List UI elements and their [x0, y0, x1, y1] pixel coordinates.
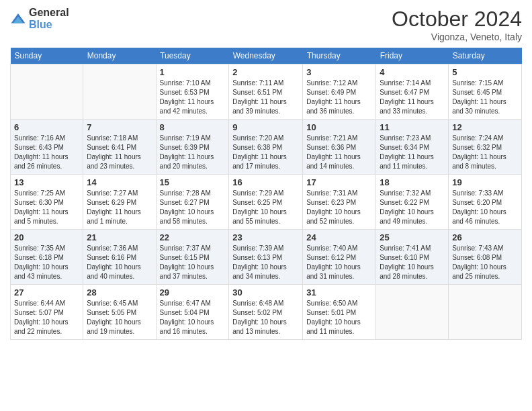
- table-row: 24Sunrise: 7:40 AM Sunset: 6:12 PM Dayli…: [303, 230, 376, 285]
- table-row: 20Sunrise: 7:35 AM Sunset: 6:18 PM Dayli…: [11, 230, 83, 285]
- day-number: 7: [87, 122, 152, 132]
- day-number: 30: [232, 287, 299, 298]
- day-info: Sunrise: 7:25 AM Sunset: 6:30 PM Dayligh…: [14, 189, 79, 226]
- day-info: Sunrise: 6:44 AM Sunset: 5:07 PM Dayligh…: [14, 299, 79, 336]
- day-number: 21: [87, 232, 152, 242]
- table-row: 13Sunrise: 7:25 AM Sunset: 6:30 PM Dayli…: [11, 175, 83, 230]
- day-info: Sunrise: 7:24 AM Sunset: 6:32 PM Dayligh…: [452, 134, 518, 171]
- calendar-table: Sunday Monday Tuesday Wednesday Thursday…: [10, 48, 522, 340]
- day-info: Sunrise: 6:47 AM Sunset: 5:04 PM Dayligh…: [160, 299, 226, 336]
- table-row: [11, 64, 83, 120]
- day-number: 1: [160, 67, 226, 77]
- day-info: Sunrise: 7:32 AM Sunset: 6:22 PM Dayligh…: [380, 189, 445, 226]
- day-info: Sunrise: 7:16 AM Sunset: 6:43 PM Dayligh…: [14, 134, 79, 171]
- day-number: 27: [14, 287, 79, 298]
- table-row: 16Sunrise: 7:29 AM Sunset: 6:25 PM Dayli…: [229, 175, 303, 230]
- day-number: 13: [14, 177, 79, 187]
- logo: General Blue: [10, 7, 69, 31]
- day-number: 3: [306, 67, 372, 77]
- logo-icon: [10, 12, 26, 26]
- table-row: 5Sunrise: 7:15 AM Sunset: 6:45 PM Daylig…: [449, 64, 522, 120]
- day-info: Sunrise: 7:39 AM Sunset: 6:13 PM Dayligh…: [232, 244, 299, 281]
- table-row: 25Sunrise: 7:41 AM Sunset: 6:10 PM Dayli…: [376, 230, 449, 285]
- day-number: 22: [160, 232, 226, 242]
- month-title: October 2024: [392, 7, 522, 32]
- table-row: 22Sunrise: 7:37 AM Sunset: 6:15 PM Dayli…: [156, 230, 229, 285]
- day-number: 26: [452, 232, 518, 242]
- day-number: 17: [306, 177, 372, 187]
- col-saturday: Saturday: [449, 48, 522, 64]
- day-info: Sunrise: 7:19 AM Sunset: 6:39 PM Dayligh…: [160, 134, 226, 171]
- calendar-header-row: Sunday Monday Tuesday Wednesday Thursday…: [11, 48, 522, 64]
- day-number: 6: [14, 122, 79, 132]
- day-info: Sunrise: 7:28 AM Sunset: 6:27 PM Dayligh…: [160, 189, 226, 226]
- day-number: 31: [306, 287, 372, 298]
- table-row: 14Sunrise: 7:27 AM Sunset: 6:29 PM Dayli…: [83, 175, 156, 230]
- logo-text: General Blue: [29, 7, 69, 31]
- calendar-week-row: 27Sunrise: 6:44 AM Sunset: 5:07 PM Dayli…: [11, 285, 522, 340]
- table-row: 21Sunrise: 7:36 AM Sunset: 6:16 PM Dayli…: [83, 230, 156, 285]
- location: Vigonza, Veneto, Italy: [392, 32, 522, 42]
- day-info: Sunrise: 6:45 AM Sunset: 5:05 PM Dayligh…: [87, 299, 152, 336]
- day-info: Sunrise: 7:27 AM Sunset: 6:29 PM Dayligh…: [87, 189, 152, 226]
- day-info: Sunrise: 7:33 AM Sunset: 6:20 PM Dayligh…: [452, 189, 518, 226]
- col-sunday: Sunday: [11, 48, 83, 64]
- day-number: 14: [87, 177, 152, 187]
- day-number: 11: [380, 122, 445, 132]
- day-info: Sunrise: 7:11 AM Sunset: 6:51 PM Dayligh…: [232, 79, 299, 116]
- day-info: Sunrise: 7:20 AM Sunset: 6:38 PM Dayligh…: [232, 134, 299, 171]
- col-monday: Monday: [83, 48, 156, 64]
- day-info: Sunrise: 7:14 AM Sunset: 6:47 PM Dayligh…: [380, 79, 445, 116]
- col-thursday: Thursday: [303, 48, 376, 64]
- day-info: Sunrise: 7:29 AM Sunset: 6:25 PM Dayligh…: [232, 189, 299, 226]
- day-info: Sunrise: 7:21 AM Sunset: 6:36 PM Dayligh…: [306, 134, 372, 171]
- col-friday: Friday: [376, 48, 449, 64]
- day-info: Sunrise: 7:23 AM Sunset: 6:34 PM Dayligh…: [380, 134, 445, 171]
- table-row: 8Sunrise: 7:19 AM Sunset: 6:39 PM Daylig…: [156, 120, 229, 175]
- day-info: Sunrise: 7:15 AM Sunset: 6:45 PM Dayligh…: [452, 79, 518, 116]
- day-number: 5: [452, 67, 518, 77]
- day-number: 19: [452, 177, 518, 187]
- table-row: [83, 64, 156, 120]
- table-row: 26Sunrise: 7:43 AM Sunset: 6:08 PM Dayli…: [449, 230, 522, 285]
- calendar-week-row: 1Sunrise: 7:10 AM Sunset: 6:53 PM Daylig…: [11, 64, 522, 120]
- day-info: Sunrise: 7:35 AM Sunset: 6:18 PM Dayligh…: [14, 244, 79, 281]
- day-number: 12: [452, 122, 518, 132]
- table-row: 10Sunrise: 7:21 AM Sunset: 6:36 PM Dayli…: [303, 120, 376, 175]
- table-row: 30Sunrise: 6:48 AM Sunset: 5:02 PM Dayli…: [229, 285, 303, 340]
- day-number: 28: [87, 287, 152, 298]
- day-number: 4: [380, 67, 445, 77]
- logo-general: General: [29, 7, 69, 18]
- table-row: [376, 285, 449, 340]
- day-number: 10: [306, 122, 372, 132]
- day-info: Sunrise: 6:50 AM Sunset: 5:01 PM Dayligh…: [306, 299, 372, 336]
- day-info: Sunrise: 7:18 AM Sunset: 6:41 PM Dayligh…: [87, 134, 152, 171]
- day-info: Sunrise: 7:31 AM Sunset: 6:23 PM Dayligh…: [306, 189, 372, 226]
- calendar-week-row: 6Sunrise: 7:16 AM Sunset: 6:43 PM Daylig…: [11, 120, 522, 175]
- table-row: 3Sunrise: 7:12 AM Sunset: 6:49 PM Daylig…: [303, 64, 376, 120]
- table-row: 1Sunrise: 7:10 AM Sunset: 6:53 PM Daylig…: [156, 64, 229, 120]
- day-number: 18: [380, 177, 445, 187]
- day-number: 25: [380, 232, 445, 242]
- calendar-week-row: 20Sunrise: 7:35 AM Sunset: 6:18 PM Dayli…: [11, 230, 522, 285]
- table-row: [449, 285, 522, 340]
- day-info: Sunrise: 7:37 AM Sunset: 6:15 PM Dayligh…: [160, 244, 226, 281]
- table-row: 17Sunrise: 7:31 AM Sunset: 6:23 PM Dayli…: [303, 175, 376, 230]
- table-row: 15Sunrise: 7:28 AM Sunset: 6:27 PM Dayli…: [156, 175, 229, 230]
- table-row: 6Sunrise: 7:16 AM Sunset: 6:43 PM Daylig…: [11, 120, 83, 175]
- col-tuesday: Tuesday: [156, 48, 229, 64]
- table-row: 7Sunrise: 7:18 AM Sunset: 6:41 PM Daylig…: [83, 120, 156, 175]
- day-info: Sunrise: 7:40 AM Sunset: 6:12 PM Dayligh…: [306, 244, 372, 281]
- table-row: 29Sunrise: 6:47 AM Sunset: 5:04 PM Dayli…: [156, 285, 229, 340]
- table-row: 18Sunrise: 7:32 AM Sunset: 6:22 PM Dayli…: [376, 175, 449, 230]
- day-info: Sunrise: 7:10 AM Sunset: 6:53 PM Dayligh…: [160, 79, 226, 116]
- day-info: Sunrise: 7:41 AM Sunset: 6:10 PM Dayligh…: [380, 244, 445, 281]
- day-number: 2: [232, 67, 299, 77]
- table-row: 27Sunrise: 6:44 AM Sunset: 5:07 PM Dayli…: [11, 285, 83, 340]
- day-number: 20: [14, 232, 79, 242]
- day-info: Sunrise: 7:12 AM Sunset: 6:49 PM Dayligh…: [306, 79, 372, 116]
- table-row: 23Sunrise: 7:39 AM Sunset: 6:13 PM Dayli…: [229, 230, 303, 285]
- table-row: 2Sunrise: 7:11 AM Sunset: 6:51 PM Daylig…: [229, 64, 303, 120]
- logo-blue: Blue: [29, 19, 52, 30]
- day-number: 29: [160, 287, 226, 298]
